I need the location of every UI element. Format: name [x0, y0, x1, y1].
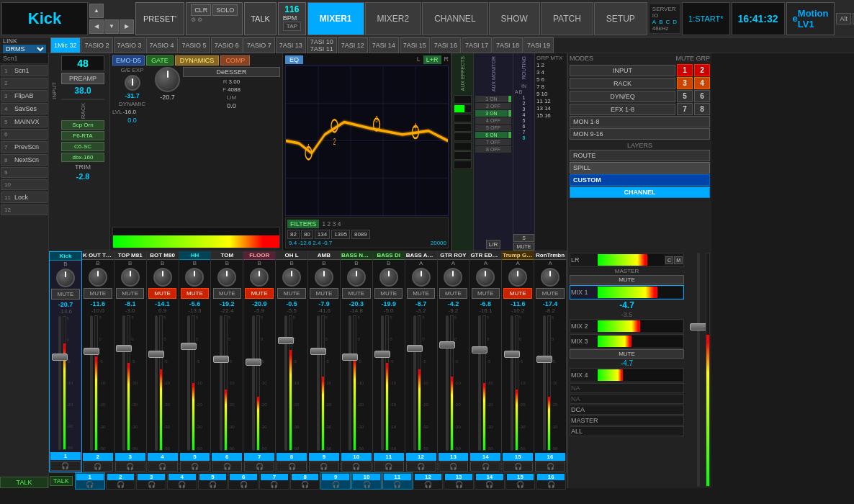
mtx-2[interactable]: 4	[541, 69, 544, 76]
ch-tab-8[interactable]: 7ASI 107ASI 11	[307, 37, 337, 53]
headphone-icon-11[interactable]: 🎧	[393, 481, 401, 488]
strip-num-6[interactable]: 7	[244, 453, 274, 461]
grp-6[interactable]: 11	[536, 98, 543, 104]
headphone-icon-9[interactable]: 🎧	[332, 481, 340, 488]
channel-name-display[interactable]: Kick	[1, 2, 88, 35]
filter-1395[interactable]: 1395	[331, 230, 350, 239]
ch-tab-3[interactable]: 7ASIO 4	[146, 37, 178, 53]
mtx-7[interactable]: 14	[544, 105, 551, 112]
rack-item-2[interactable]: C6-SC	[61, 142, 104, 151]
headphone-icon-14[interactable]: 🎧	[485, 481, 493, 488]
custom-layer-btn[interactable]: CUSTOM	[570, 174, 710, 186]
mix-row-all[interactable]: ALL	[570, 426, 684, 436]
strip-fader-handle-1[interactable]	[84, 348, 99, 355]
strip-mute-btn-11[interactable]: MUTE	[407, 288, 435, 299]
strip-knob-1[interactable]	[89, 268, 107, 287]
strip-knob-3[interactable]	[153, 268, 172, 287]
talk-bottom-btn[interactable]: TALK	[0, 477, 48, 488]
headphone-icon-4[interactable]: 🎧	[178, 481, 186, 488]
grp-8[interactable]: 15	[536, 112, 543, 119]
strip-headphone-7[interactable]: 🎧	[277, 462, 307, 472]
mute-grp-3[interactable]: 3	[677, 77, 693, 89]
user-btn-11[interactable]: 11Lock	[1, 192, 48, 203]
tab-channel[interactable]: CHANNEL	[422, 2, 487, 35]
mtx-4[interactable]: 8	[541, 84, 544, 90]
mix-row-master[interactable]: MASTER	[570, 415, 684, 426]
strip-knob-11[interactable]	[412, 268, 431, 287]
strip-fader-handle-3[interactable]	[148, 351, 164, 358]
mix-row-3[interactable]: MIX 3	[570, 334, 684, 348]
channel-strip-15[interactable]: RonTrmbn A MUTE -17.4 -8.2 5	[534, 251, 567, 472]
strip-fader-handle-7[interactable]	[278, 337, 294, 344]
strip-num-3[interactable]: 4	[148, 453, 178, 461]
mtx-1[interactable]: 2	[541, 62, 544, 68]
strip-num-5[interactable]: 6	[212, 453, 242, 461]
strip-fader-handle-11[interactable]	[407, 345, 423, 352]
user-btn-1[interactable]: 1Scn1	[1, 65, 48, 76]
gate-ge-knob[interactable]	[125, 75, 140, 91]
strip-mute-btn-4[interactable]: MUTE	[181, 288, 209, 299]
eq-button[interactable]: EQ	[285, 55, 303, 64]
strip-knob-9[interactable]	[347, 268, 366, 287]
strip-mute-btn-9[interactable]: MUTE	[342, 288, 370, 299]
channel-strip-11[interactable]: BASS AMP A MUTE -8.7 -3.2 5	[405, 251, 438, 472]
mix-row-dca[interactable]: DCA	[570, 405, 684, 415]
strip-fader-handle-8[interactable]	[310, 348, 326, 355]
spill-btn[interactable]: SPILL	[570, 162, 710, 174]
m-btn[interactable]: M	[674, 256, 683, 264]
mon-5-off[interactable]: 5 OFF	[475, 125, 511, 131]
strip-num-14[interactable]: 15	[503, 453, 533, 461]
channel-strip-3[interactable]: BOT M80 B MUTE -14.1 0.9 5	[147, 251, 179, 472]
strip-headphone-13[interactable]: 🎧	[470, 462, 500, 472]
mon-1-on[interactable]: 1 ON	[475, 96, 508, 102]
bottom-ch-4[interactable]: 4 🎧	[167, 472, 197, 490]
ch-tab-7[interactable]: 7ASI 13	[276, 37, 306, 53]
strip-num-13[interactable]: 14	[470, 453, 500, 461]
strip-knob-6[interactable]	[250, 268, 269, 287]
channel-active-btn[interactable]: CHANNEL	[570, 186, 710, 198]
headphone-icon-8[interactable]: 🎧	[301, 481, 309, 488]
grp-2[interactable]: 3	[536, 69, 539, 76]
strip-num-0[interactable]: 1	[50, 452, 81, 460]
bottom-ch-6[interactable]: 6 🎧	[228, 472, 259, 490]
rt-5[interactable]: 5	[515, 118, 533, 123]
bottom-ch-14[interactable]: 14 🎧	[475, 472, 505, 490]
ch-tab-1[interactable]: 7ASIO 2	[81, 37, 113, 53]
channel-strip-7[interactable]: OH L B MUTE -0.5 -5.5 5 0	[276, 251, 308, 472]
strip-knob-14[interactable]	[508, 268, 527, 287]
channel-strip-9[interactable]: BASS NORD B MUTE -20.3 -14.8 5	[341, 251, 373, 472]
strip-headphone-12[interactable]: 🎧	[439, 462, 469, 472]
strip-knob-10[interactable]	[379, 268, 398, 287]
channel-strip-14[interactable]: Trump Gary A MUTE -11.6 -10.2 5	[502, 251, 534, 472]
rt-8[interactable]: 8	[515, 135, 533, 140]
channel-strip-2[interactable]: TOP M81 B MUTE -8.1 -3.0 5	[114, 251, 147, 472]
ch-tab-10[interactable]: 7ASI 14	[369, 37, 399, 53]
mute-grp-4[interactable]: 4	[694, 77, 710, 89]
mode-dyneq-btn[interactable]: DYN/EQ	[570, 91, 675, 102]
mon-2-off[interactable]: 2 OFF	[475, 103, 511, 109]
ch-tab-14[interactable]: 7ASI 18	[493, 37, 523, 53]
grp-5[interactable]: 9	[536, 91, 539, 97]
preamp-button[interactable]: PREAMP	[61, 73, 104, 84]
strip-fader-handle-0[interactable]	[52, 354, 68, 361]
rt-1[interactable]: 1	[515, 95, 533, 100]
rt-6[interactable]: 6	[515, 124, 533, 129]
strip-num-2[interactable]: 3	[115, 453, 145, 461]
strip-knob-7[interactable]	[282, 268, 301, 287]
strip-mute-btn-8[interactable]: MUTE	[310, 288, 338, 299]
strip-mute-btn-5[interactable]: MUTE	[213, 288, 241, 299]
rt-7[interactable]: 7	[515, 130, 533, 135]
gate-label[interactable]: GATE	[146, 55, 174, 66]
filter-8089[interactable]: 8089	[351, 230, 370, 239]
strip-knob-0[interactable]	[56, 269, 75, 287]
user-btn-5[interactable]: 5MAINVX	[1, 116, 48, 127]
filter-hp[interactable]: 82	[287, 230, 300, 239]
mute-grp-7[interactable]: 7	[677, 103, 693, 115]
ch-tab-4[interactable]: 7ASIO 5	[179, 37, 210, 53]
strip-fader-handle-14[interactable]	[504, 351, 520, 358]
deesser-btn[interactable]: DeESSER	[183, 67, 280, 77]
strip-fader-handle-10[interactable]	[374, 351, 390, 358]
channel-strip-4[interactable]: HH B MUTE -5.6 -13.3 5 0	[179, 251, 212, 472]
rack-item-1[interactable]: F6-RTA	[61, 131, 104, 140]
strip-headphone-8[interactable]: 🎧	[309, 462, 339, 472]
